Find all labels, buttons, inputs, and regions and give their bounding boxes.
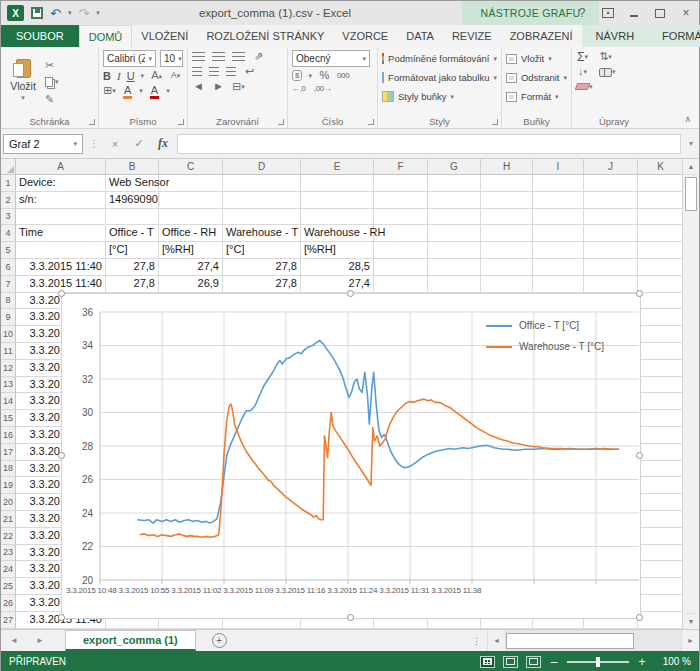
autosum-button[interactable]: Σ▾ [576, 50, 589, 63]
cell-G3[interactable] [428, 209, 481, 226]
cell-I3[interactable] [533, 209, 584, 226]
cell-C1[interactable] [159, 175, 223, 192]
cell-B2[interactable]: 14969090 [106, 192, 159, 209]
zoom-in-button[interactable]: + [637, 655, 647, 669]
dialog-launcher-icon[interactable] [492, 119, 498, 125]
cell-K17[interactable] [638, 444, 684, 461]
chart-resize-handle[interactable] [347, 290, 354, 297]
row-header-10[interactable]: 10 [1, 326, 16, 343]
paste-button[interactable]: Vložit ▾ [5, 50, 41, 110]
cell-D5[interactable]: [°C] [223, 242, 301, 259]
enter-button[interactable]: ✓ [129, 137, 149, 150]
cell-J1[interactable] [584, 175, 638, 192]
sheet-nav-left-icon[interactable]: ◄ [1, 630, 27, 651]
cell-K5[interactable] [638, 242, 684, 259]
column-header-A[interactable]: A [16, 159, 106, 175]
cell-K26[interactable] [638, 595, 684, 612]
insert-cells-button[interactable]: Vložit ▾ [506, 50, 567, 67]
cell-K18[interactable] [638, 461, 684, 478]
vertical-scroll-thumb[interactable] [685, 177, 697, 211]
cell-H5[interactable] [481, 242, 533, 259]
splitter-dots-icon[interactable]: ⋮ [466, 636, 487, 646]
cell-B5[interactable]: [°C] [106, 242, 159, 259]
cell-F6[interactable] [374, 259, 428, 276]
increase-indent-button[interactable]: ► [212, 80, 225, 93]
cell-E7[interactable]: 27,4 [301, 276, 374, 293]
formula-input[interactable] [177, 134, 681, 154]
cell-C5[interactable]: [%RH] [159, 242, 223, 259]
row-header-13[interactable]: 13 [1, 377, 16, 394]
comma-format-button[interactable]: 000 [337, 71, 349, 80]
column-header-F[interactable]: F [374, 159, 428, 175]
chart-resize-handle[interactable] [636, 614, 643, 621]
legend-entry[interactable]: Office - T [°C] [486, 320, 604, 331]
cell-K4[interactable] [638, 225, 684, 242]
cell-K11[interactable] [638, 343, 684, 360]
cell-K19[interactable] [638, 477, 684, 494]
cell-I2[interactable] [533, 192, 584, 209]
sheet-tab-active[interactable]: export_comma (1) [65, 630, 196, 651]
cell-A4[interactable]: Time [16, 225, 106, 242]
cell-H2[interactable] [481, 192, 533, 209]
tab-review[interactable]: REVIZE [443, 25, 501, 47]
horizontal-scrollbar[interactable]: ⋮ ◄ ► [466, 630, 699, 651]
cell-K14[interactable] [638, 393, 684, 410]
cell-F4[interactable] [374, 225, 428, 242]
column-header-J[interactable]: J [584, 159, 638, 175]
cell-styles-button[interactable]: Styly buňky ▾ [382, 88, 497, 105]
cell-A3[interactable] [16, 209, 106, 226]
excel-app-icon[interactable]: X [7, 5, 24, 21]
column-header-I[interactable]: I [533, 159, 584, 175]
align-center-icon[interactable] [209, 67, 219, 76]
number-format-combo[interactable]: Obecný▾ [292, 50, 370, 67]
cell-D2[interactable] [223, 192, 301, 209]
tab-view[interactable]: ZOBRAZENÍ [501, 25, 582, 47]
format-as-table-button[interactable]: Formátovat jako tabulku ▾ [382, 69, 497, 86]
view-normal-button[interactable] [480, 656, 495, 668]
row-header-23[interactable]: 23 [1, 545, 16, 562]
chart-resize-handle[interactable] [58, 290, 65, 297]
tab-page-layout[interactable]: ROZLOŽENÍ STRÁNKY [197, 25, 333, 47]
dialog-launcher-icon[interactable] [368, 119, 374, 125]
row-header-27[interactable]: 27 [1, 612, 16, 629]
cell-G7[interactable] [428, 276, 481, 293]
cell-J5[interactable] [584, 242, 638, 259]
legend-entry[interactable]: Warehouse - T [°C] [486, 341, 604, 352]
increase-decimal-button[interactable]: ←,0 [292, 84, 306, 93]
cell-K27[interactable] [638, 612, 684, 629]
row-header-12[interactable]: 12 [1, 360, 16, 377]
expand-formula-bar-icon[interactable]: ▾ [685, 139, 697, 148]
cell-B1[interactable]: Web Sensor [106, 175, 159, 192]
underline-button[interactable]: U [127, 70, 135, 82]
chart-legend[interactable]: Office - T [°C]Warehouse - T [°C] [486, 320, 604, 352]
cell-E4[interactable]: Warehouse - RH [301, 225, 374, 242]
format-painter-button[interactable]: ✎ [45, 93, 59, 106]
cell-J7[interactable] [584, 276, 638, 293]
cell-E2[interactable] [301, 192, 374, 209]
fill-button[interactable]: ↓▾ [576, 65, 589, 78]
row-header-15[interactable]: 15 [1, 410, 16, 427]
cell-J4[interactable] [584, 225, 638, 242]
row-header-26[interactable]: 26 [1, 595, 16, 612]
merge-center-button[interactable]: ⊟▾ [232, 80, 245, 93]
cell-B6[interactable]: 27,8 [106, 259, 159, 276]
sheet-nav-right-icon[interactable]: ► [27, 630, 53, 651]
cell-F3[interactable] [374, 209, 428, 226]
cell-K12[interactable] [638, 360, 684, 377]
cell-C2[interactable] [159, 192, 223, 209]
insert-function-button[interactable]: fx [153, 136, 173, 151]
align-bottom-icon[interactable] [232, 52, 245, 61]
collapse-ribbon-button[interactable]: ∧ [684, 114, 691, 124]
cell-G6[interactable] [428, 259, 481, 276]
cell-B4[interactable]: Office - T [106, 225, 159, 242]
align-top-icon[interactable] [192, 52, 205, 61]
cell-I7[interactable] [533, 276, 584, 293]
row-header-22[interactable]: 22 [1, 528, 16, 545]
qat-customize-icon[interactable]: ▾ [96, 9, 100, 17]
cell-H6[interactable] [481, 259, 533, 276]
row-header-20[interactable]: 20 [1, 494, 16, 511]
cell-I4[interactable] [533, 225, 584, 242]
zoom-level[interactable]: 100 % [655, 656, 691, 667]
horizontal-scroll-thumb[interactable] [506, 633, 634, 649]
cell-K2[interactable] [638, 192, 684, 209]
